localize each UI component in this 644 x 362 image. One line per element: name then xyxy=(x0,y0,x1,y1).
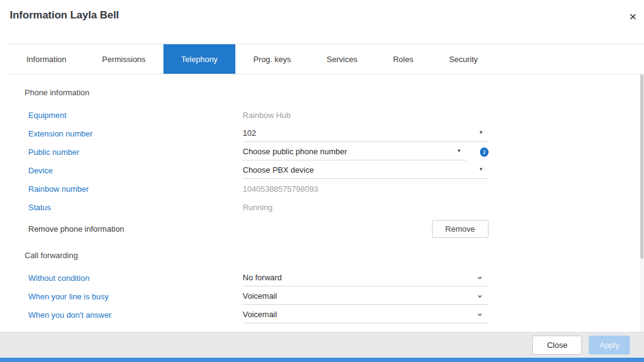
no-answer-value: Voicemail xyxy=(243,310,277,319)
modal-header: Information Layla Bell × xyxy=(0,0,644,44)
tab-services[interactable]: Services xyxy=(309,44,375,74)
line-busy-select[interactable]: Voicemail ⌄ xyxy=(243,288,489,305)
no-answer-label: When you don't answer xyxy=(28,310,243,320)
rainbow-number-value: 10405388575798093 xyxy=(243,184,318,194)
equipment-value: Rainbow Hub xyxy=(243,111,291,120)
line-busy-row: When your line is busy Voicemail ⌄ xyxy=(28,287,639,305)
rainbow-number-label: Rainbow number xyxy=(28,184,243,194)
extension-number-row: Extension number 102 ▾ xyxy=(28,124,639,143)
dropdown-triangle-icon: ▾ xyxy=(458,148,461,154)
info-icon[interactable]: i xyxy=(480,148,489,157)
status-value: Running xyxy=(243,203,272,212)
remove-phone-information-label: Remove phone information xyxy=(28,224,243,234)
without-condition-select[interactable]: No forward ⌄ xyxy=(243,270,489,286)
tab-information[interactable]: Information xyxy=(9,44,84,74)
call-forwarding-heading: Call forwarding xyxy=(25,251,639,260)
bottom-accent-bar xyxy=(0,358,644,362)
status-label: Status xyxy=(28,203,243,212)
no-answer-select[interactable]: Voicemail ⌄ xyxy=(243,307,489,323)
chevron-down-icon: ⌄ xyxy=(476,307,484,318)
public-number-label: Public number xyxy=(28,148,243,157)
dropdown-triangle-icon: ▾ xyxy=(479,166,482,172)
close-button[interactable]: Close xyxy=(532,336,582,355)
device-value: Choose PBX device xyxy=(243,165,314,175)
page-title: Information Layla Bell xyxy=(10,9,119,22)
tab-security[interactable]: Security xyxy=(431,44,496,74)
remove-phone-information-row: Remove phone information Remove xyxy=(28,216,639,241)
modal-footer: Close Apply xyxy=(0,332,644,358)
scrollbar[interactable] xyxy=(640,74,644,332)
extension-number-select[interactable]: 102 ▾ xyxy=(243,125,489,142)
equipment-row: Equipment Rainbow Hub xyxy=(28,106,639,124)
public-number-row: Public number Choose public phone number… xyxy=(28,143,639,161)
equipment-label: Equipment xyxy=(28,111,243,120)
tab-roles[interactable]: Roles xyxy=(375,44,431,74)
public-number-select[interactable]: Choose public phone number ▾ xyxy=(243,144,466,160)
without-condition-row: Without condition No forward ⌄ xyxy=(28,269,639,287)
device-label: Device xyxy=(28,166,243,175)
chevron-down-icon: ⌄ xyxy=(476,289,484,300)
status-row: Status Running xyxy=(28,198,639,216)
chevron-down-icon: ⌄ xyxy=(476,270,484,281)
scrollbar-thumb[interactable] xyxy=(640,74,643,259)
extension-number-label: Extension number xyxy=(28,129,243,138)
tab-bar: Information Permissions Telephony Prog. … xyxy=(9,44,644,74)
rainbow-number-row: Rainbow number 10405388575798093 xyxy=(28,179,639,198)
tab-permissions[interactable]: Permissions xyxy=(84,44,163,74)
close-icon[interactable]: × xyxy=(627,7,639,25)
tab-telephony[interactable]: Telephony xyxy=(163,44,235,74)
extension-number-value: 102 xyxy=(243,128,256,138)
dropdown-triangle-icon: ▾ xyxy=(479,129,482,135)
public-number-value: Choose public phone number xyxy=(243,147,347,156)
remove-button[interactable]: Remove xyxy=(432,220,489,238)
without-condition-value: No forward xyxy=(243,273,282,282)
device-select[interactable]: Choose PBX device ▾ xyxy=(243,162,489,179)
apply-button[interactable]: Apply xyxy=(589,336,630,355)
user-information-modal: Information Layla Bell × Information Per… xyxy=(0,0,644,362)
no-answer-row: When you don't answer Voicemail ⌄ xyxy=(28,305,639,324)
line-busy-value: Voicemail xyxy=(243,291,277,301)
tab-prog-keys[interactable]: Prog. keys xyxy=(235,44,308,74)
line-busy-label: When your line is busy xyxy=(28,292,243,301)
phone-information-heading: Phone information xyxy=(25,88,639,97)
device-row: Device Choose PBX device ▾ xyxy=(28,161,639,179)
without-condition-label: Without condition xyxy=(28,273,243,283)
telephony-panel: Phone information Equipment Rainbow Hub … xyxy=(0,74,639,332)
